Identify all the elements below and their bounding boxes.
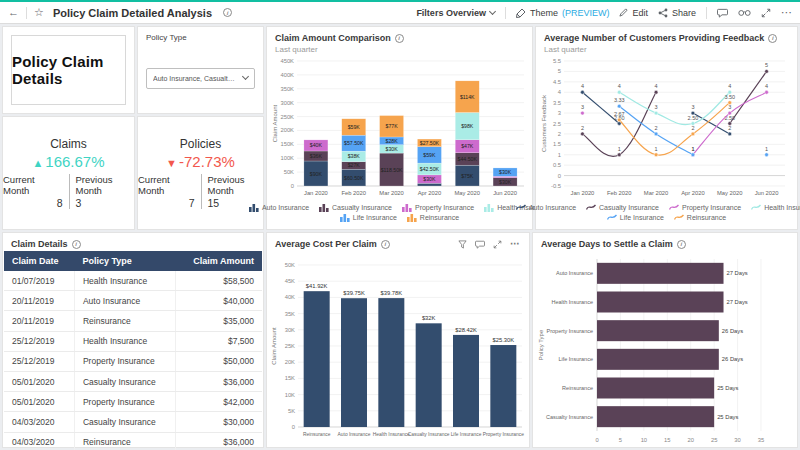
table-cell: 04/03/2020 [4,432,74,450]
data-point[interactable] [765,153,769,157]
bar[interactable] [597,406,714,427]
series-line[interactable] [619,103,730,155]
previous-month-label: Previous Month [208,174,264,196]
chart-text: 1 [655,146,658,152]
chart-text: 200K [280,127,294,133]
bar[interactable] [597,320,719,341]
table-row[interactable]: 04/03/2020Reinsurance$36,000 [4,432,262,450]
back-button[interactable]: ← [8,7,19,18]
chart-text: 5 [619,437,622,443]
chart-text: 4 [558,89,562,95]
table-column-header[interactable]: Policy Type [74,251,175,271]
table-row[interactable]: 25/12/2019Property Insurance$50,000 [4,351,262,371]
info-icon[interactable]: i [677,240,686,249]
table-cell: Property Insurance [74,392,175,412]
chart-text: 3 [728,104,731,110]
chart-text: 15 [664,437,670,443]
bar[interactable] [304,291,330,427]
data-point[interactable] [765,90,769,94]
data-point[interactable] [691,132,695,136]
share-button[interactable]: Share [658,8,696,18]
comment-icon[interactable] [475,240,485,249]
chart-text: $98K [461,123,474,129]
info-icon[interactable]: i [381,240,390,249]
chart-text: Customers Feedback [541,94,547,152]
data-point[interactable] [728,132,732,136]
legend-item[interactable]: Casualty Insurance [319,203,392,212]
table-row[interactable]: 20/11/2019Reinsurance$35,000 [4,311,262,331]
table-row[interactable]: 01/07/2019Health Insurance$58,500 [4,271,262,291]
favorite-button[interactable]: ☆ [34,7,44,18]
bar[interactable] [416,323,442,427]
legend-item[interactable]: Property Insurance [402,203,474,212]
table-column-header[interactable]: Claim Date [4,251,74,271]
table-row[interactable]: 25/12/2019Health Insurance$7,500 [4,331,262,351]
data-point[interactable] [581,90,585,94]
more-button[interactable]: ⋯ [781,7,792,18]
chart-text: $57.50K [344,140,364,146]
bar[interactable] [341,298,367,427]
data-point[interactable] [728,101,732,105]
fullscreen-button[interactable] [761,8,771,18]
info-icon[interactable]: i [768,34,777,43]
chart-text: 100K [280,155,294,161]
legend-item[interactable]: Life Insurance [340,213,397,222]
data-point[interactable] [617,118,621,122]
data-point[interactable] [581,111,585,115]
data-point[interactable] [691,153,695,157]
data-point[interactable] [617,90,621,94]
bar[interactable] [597,349,719,370]
data-point[interactable] [617,104,621,108]
chart-text: 2 [581,125,584,131]
legend-item[interactable]: Casualty Insurance [586,203,659,212]
legend-item[interactable]: Reinsurance [407,213,459,222]
table-row[interactable]: 05/01/2020Property Insurance$42,000 [4,392,262,412]
legend-item[interactable]: Health Insurance [751,203,800,212]
legend-item[interactable]: Auto Insurance [249,203,309,212]
info-icon[interactable]: i [395,34,404,43]
data-point[interactable] [654,132,658,136]
bar[interactable] [378,298,404,427]
chart-subtitle: Last quarter [267,45,532,56]
more-icon[interactable]: ⋯ [510,242,521,246]
table-column-header[interactable]: Claim Amount [176,251,262,271]
data-point[interactable] [654,153,658,157]
edit-button[interactable]: Edit [619,8,648,18]
table-row[interactable]: 20/11/2019Auto Insurance$40,000 [4,291,262,311]
info-icon[interactable]: i [72,240,81,249]
data-point[interactable] [581,132,585,136]
bar[interactable] [453,335,479,427]
data-point[interactable] [728,122,732,126]
maximize-icon[interactable] [493,240,502,249]
data-point[interactable] [765,70,769,74]
bar-series-icon [402,203,412,212]
legend-item[interactable]: Property Insurance [669,203,741,212]
bar-segment[interactable] [417,183,441,186]
data-point[interactable] [728,111,732,115]
data-point[interactable] [654,90,658,94]
bar[interactable] [597,263,724,284]
views-button[interactable] [738,8,751,17]
panel-average-days: Average Days to Settle a Claimi 05101520… [532,232,798,448]
bar[interactable] [597,378,714,399]
legend-item[interactable]: Reinsurance [674,213,726,222]
policy-type-dropdown[interactable]: Auto Insurance, Casualty Insurance, Heal… [146,68,255,89]
series-line[interactable] [730,71,767,123]
bar[interactable] [490,345,516,427]
table-row[interactable]: 05/01/2020Casualty Insurance$36,000 [4,371,262,391]
data-point[interactable] [617,153,621,157]
dashboard-canvas: Policy Claim Details Policy Type Auto In… [0,24,800,450]
filter-icon[interactable] [458,240,467,249]
info-icon[interactable]: i [223,8,232,17]
data-point[interactable] [654,111,658,115]
bar-segment[interactable] [493,176,517,177]
comments-button[interactable] [717,8,728,18]
theme-button[interactable]: Theme (PREVIEW) [516,8,610,18]
table-cell: $42,000 [176,392,262,412]
legend-item[interactable]: Life Insurance [607,213,664,222]
legend-item[interactable]: Auto Insurance [516,203,576,212]
table-row[interactable]: 04/03/2020Casualty Insurance$30,000 [4,412,262,432]
chart-text: 27 Days [727,270,748,276]
bar[interactable] [597,292,724,313]
filters-overview-button[interactable]: Filters Overview [416,8,495,18]
